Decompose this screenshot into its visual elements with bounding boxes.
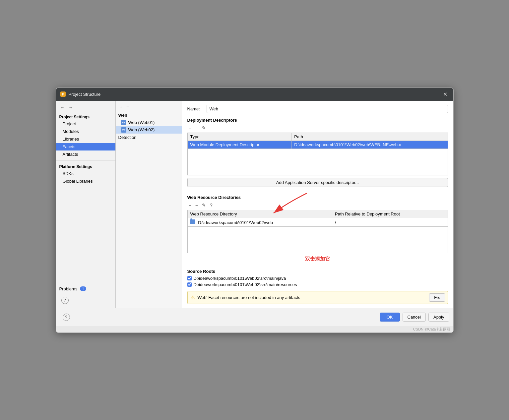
title-bar-left: P Project Structure (60, 91, 101, 97)
dd-remove-button[interactable]: − (194, 125, 199, 131)
add-descriptor-button[interactable]: Add Application Server specific descript… (187, 178, 448, 187)
source-root-row-1: D:\ideaworkspacumb\0101\Web02\src\main\r… (187, 282, 448, 287)
warning-text: 'Web' Facet resources are not included i… (197, 295, 300, 300)
source-roots-title: Source Roots (187, 269, 448, 274)
source-root-row-0: D:\ideaworkspacumb\0101\Web02\src\main\j… (187, 276, 448, 281)
web01-icon: W (121, 120, 126, 125)
wr-edit-button[interactable]: ✎ (201, 202, 207, 209)
wr-col-dir: Web Resource Directory (187, 210, 332, 218)
wr-empty-row (187, 226, 448, 253)
dd-add-button[interactable]: + (187, 125, 193, 131)
sidebar-item-global-libraries[interactable]: Global Libraries (56, 177, 115, 185)
folder-icon (190, 219, 195, 224)
wr-add-button[interactable]: + (187, 202, 193, 209)
ok-button[interactable]: OK (380, 313, 400, 322)
wr-col-path: Path Relative to Deployment Root (332, 210, 448, 218)
dialog-title: Project Structure (69, 92, 101, 97)
bottom-bar-right: OK Cancel Apply (380, 313, 449, 322)
name-label: Name: (187, 106, 204, 111)
problems-label: Problems (59, 286, 78, 291)
close-button[interactable]: ✕ (441, 90, 449, 98)
sidebar-item-libraries[interactable]: Libraries (56, 135, 115, 143)
detection-label: Detection (116, 134, 182, 141)
wr-remove-button[interactable]: − (194, 202, 199, 209)
web-resource-table: Web Resource Directory Path Relative to … (187, 210, 448, 253)
wr-help-button[interactable]: ? (209, 202, 214, 209)
middle-item-web02[interactable]: W Web (Web02) (116, 126, 182, 134)
forward-arrow[interactable]: → (67, 104, 75, 111)
middle-item-web01-label: Web (Web01) (128, 120, 155, 125)
col-path: Path (291, 133, 448, 141)
cancel-button[interactable]: Cancel (403, 313, 426, 322)
wr-table-row[interactable]: D:\ideaworkspacumb\0101\Web02\web / (187, 218, 448, 226)
watermark: CSDN @Cata卡若丽丽 (56, 326, 453, 332)
middle-group-label: Web (116, 111, 182, 119)
problems-badge: 1 (80, 286, 86, 291)
source-root-checkbox-1[interactable] (187, 282, 192, 287)
nav-arrows: ← → (56, 102, 115, 113)
warning-row: ⚠ 'Web' Facet resources are not included… (187, 291, 448, 304)
bottom-bar: ? OK Cancel Apply (56, 308, 453, 326)
web02-icon: W (121, 127, 126, 133)
row-type: Web Module Deployment Descriptor (187, 141, 291, 149)
web-resource-title: Web Resource Directories (187, 195, 448, 200)
row-path: D:\ideaworkspacumb\0101\Web02\web\WEB-IN… (291, 141, 448, 149)
table-empty-row (187, 149, 448, 175)
sidebar: ← → Project Settings Project Modules Lib… (56, 101, 116, 308)
wr-row-dir: D:\ideaworkspacumb\0101\Web02\web (187, 218, 332, 226)
project-settings-header: Project Settings (56, 113, 115, 120)
deployment-descriptors-table: Type Path Web Module Deployment Descript… (187, 133, 448, 175)
title-bar: P Project Structure ✕ (56, 88, 453, 101)
back-arrow[interactable]: ← (59, 104, 66, 111)
source-root-checkbox-0[interactable] (187, 276, 192, 280)
project-structure-dialog: P Project Structure ✕ ← → Project Settin… (56, 88, 454, 333)
bottom-help-button[interactable]: ? (63, 314, 70, 321)
sidebar-divider (56, 160, 115, 160)
main-panel: Name: Deployment Descriptors + − ✎ Type … (182, 101, 453, 308)
source-root-path-0: D:\ideaworkspacumb\0101\Web02\src\main\j… (194, 276, 286, 281)
svg-text:P: P (62, 92, 64, 96)
middle-remove-button[interactable]: − (125, 103, 130, 110)
fix-button[interactable]: Fix (429, 293, 445, 302)
sidebar-item-sdks[interactable]: SDKs (56, 170, 115, 177)
name-field-row: Name: (187, 105, 448, 113)
sidebar-item-project[interactable]: Project (56, 120, 115, 128)
middle-add-button[interactable]: + (118, 103, 124, 110)
problems-row[interactable]: Problems 1 (56, 285, 115, 293)
sidebar-item-artifacts[interactable]: Artifacts (56, 150, 115, 158)
name-input[interactable] (207, 105, 448, 113)
web-resource-toolbar: + − ✎ ? (187, 202, 448, 209)
middle-toolbar: + − (116, 102, 182, 111)
annotation-text: 双击添加它 (187, 256, 448, 262)
platform-settings-header: Platform Settings (56, 162, 115, 170)
deployment-toolbar: + − ✎ (187, 125, 448, 131)
deployment-descriptors-title: Deployment Descriptors (187, 118, 448, 123)
help-button[interactable]: ? (61, 297, 69, 304)
middle-item-web01[interactable]: W Web (Web01) (116, 119, 182, 126)
resource-table-wrapper: Web Resource Directory Path Relative to … (187, 210, 448, 265)
content-area: ← → Project Settings Project Modules Lib… (56, 101, 453, 308)
sidebar-item-modules[interactable]: Modules (56, 128, 115, 135)
wr-row-path: / (332, 218, 448, 226)
col-type: Type (187, 133, 291, 141)
source-root-path-1: D:\ideaworkspacumb\0101\Web02\src\main\r… (194, 282, 297, 287)
sidebar-item-facets[interactable]: Facets (56, 143, 115, 150)
table-row[interactable]: Web Module Deployment Descriptor D:\idea… (187, 141, 448, 149)
dd-edit-button[interactable]: ✎ (201, 125, 207, 131)
apply-button[interactable]: Apply (428, 313, 449, 322)
warning-icon: ⚠ (190, 294, 195, 301)
middle-item-web02-label: Web (Web02) (128, 127, 155, 132)
middle-panel: + − Web W Web (Web01) W Web (Web02) Dete… (116, 101, 182, 308)
app-icon: P (60, 91, 66, 97)
